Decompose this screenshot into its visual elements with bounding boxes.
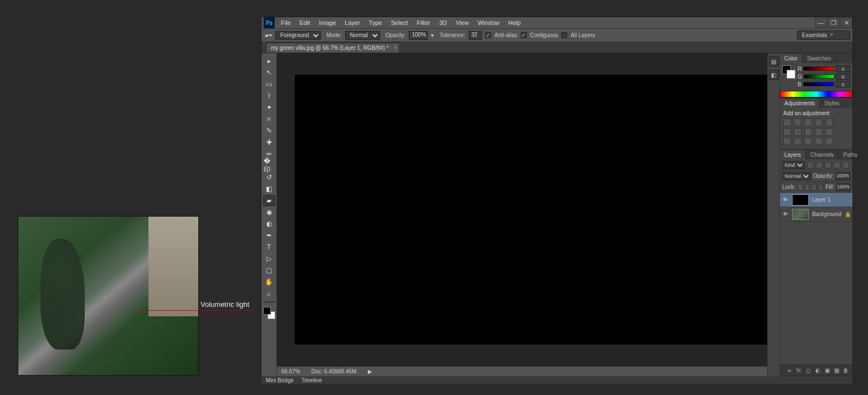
opacity-input[interactable]: 100% <box>409 31 428 40</box>
lock-position-icon[interactable] <box>811 184 816 191</box>
channel-G-value[interactable]: 0 <box>836 73 850 80</box>
adj-exposure-icon[interactable] <box>815 119 823 126</box>
blur-tool[interactable]: ◉ <box>263 207 275 218</box>
fg-bg-swatch[interactable] <box>263 307 275 319</box>
menu-layer[interactable]: Layer <box>341 18 364 28</box>
adj-threshold-icon[interactable] <box>804 137 812 145</box>
tab-paths[interactable]: Paths <box>839 150 862 160</box>
color-swatch[interactable] <box>782 65 795 79</box>
layer-thumb[interactable] <box>792 194 809 206</box>
move-tool[interactable]: ↖ <box>263 67 275 78</box>
document-canvas[interactable] <box>295 75 767 344</box>
adj-invert-icon[interactable] <box>783 137 791 145</box>
filter-pixel-icon[interactable] <box>807 162 814 168</box>
filter-smart-icon[interactable] <box>843 162 849 168</box>
fill-source-select[interactable]: Foreground <box>275 31 321 40</box>
tab-swatches[interactable]: Swatches <box>803 54 836 63</box>
layer-name[interactable]: Layer 1 <box>812 197 850 203</box>
channel-R-value[interactable]: 0 <box>836 65 850 72</box>
adj-bw-icon[interactable] <box>794 128 802 136</box>
menu-type[interactable]: Type <box>365 18 386 28</box>
adj-selcolor-icon[interactable] <box>825 137 833 145</box>
adj-photo-filter-icon[interactable] <box>804 128 812 136</box>
tab-timeline[interactable]: Timeline <box>301 377 322 383</box>
layer-item[interactable]: 👁Layer 1 <box>780 193 852 207</box>
stamp-tool[interactable]: �印 <box>263 160 275 171</box>
lock-pixels-icon[interactable] <box>805 184 810 191</box>
layer-filter-kind[interactable]: Kind <box>782 161 805 169</box>
history-panel-icon[interactable]: ▤ <box>769 57 779 66</box>
minimize-button[interactable]: — <box>815 18 827 28</box>
menu-help[interactable]: Help <box>505 18 525 28</box>
marquee-tool[interactable]: ▭ <box>263 79 275 90</box>
crop-tool[interactable]: ⌗ <box>263 114 275 125</box>
tab-styles[interactable]: Styles <box>820 99 844 108</box>
menu-image[interactable]: Image <box>315 18 340 28</box>
shape-tool[interactable]: ▢ <box>263 265 275 276</box>
lasso-tool[interactable]: ⌇ <box>263 90 275 101</box>
adj-curves-icon[interactable] <box>804 119 812 126</box>
tab-mini-bridge[interactable]: Mini Bridge <box>266 377 294 383</box>
adj-lut-icon[interactable] <box>825 128 833 136</box>
dodge-tool[interactable]: ◐ <box>263 218 275 229</box>
adj-gradmap-icon[interactable] <box>815 137 823 145</box>
tolerance-input[interactable]: 32 <box>469 31 482 40</box>
pen-tool[interactable]: ✒ <box>263 230 275 241</box>
doc-size[interactable]: Doc: 6.45M/6.45M <box>311 368 357 375</box>
adj-brightness-icon[interactable] <box>783 119 791 126</box>
menu-file[interactable]: File <box>277 18 295 28</box>
channel-R-slider[interactable] <box>803 66 834 71</box>
layer-item[interactable]: 👁Background🔒 <box>780 207 852 222</box>
layer-fx-icon[interactable]: fx <box>795 367 802 374</box>
blend-mode-select[interactable]: Normal <box>345 31 380 40</box>
channel-B-slider[interactable] <box>803 82 834 86</box>
layer-mask-icon[interactable]: ◻ <box>805 367 811 374</box>
filter-adj-icon[interactable] <box>816 162 823 168</box>
layer-name[interactable]: Background <box>812 211 841 217</box>
zoom-level[interactable]: 66.67% <box>281 368 300 375</box>
menu-select[interactable]: Select <box>387 18 412 28</box>
type-tool[interactable]: T <box>263 242 275 253</box>
layer-opacity-input[interactable]: 100% <box>836 172 850 180</box>
zoom-tool[interactable]: ⌕ <box>263 288 275 299</box>
hand-tool[interactable]: ✋ <box>263 276 275 288</box>
menu-edit[interactable]: Edit <box>296 18 314 28</box>
new-adjustment-icon[interactable]: ◐ <box>814 367 821 374</box>
maximize-button[interactable]: ❐ <box>828 18 840 28</box>
properties-panel-icon[interactable]: ◧ <box>769 70 779 80</box>
close-button[interactable]: ✕ <box>840 18 852 28</box>
lock-all-icon[interactable] <box>819 184 824 191</box>
lock-trans-icon[interactable] <box>798 184 803 191</box>
tab-color[interactable]: Color <box>780 54 803 63</box>
antialias-checkbox[interactable]: ✓ <box>485 32 491 38</box>
tab-layers[interactable]: Layers <box>780 150 806 160</box>
visibility-icon[interactable]: 👁 <box>782 211 789 218</box>
eyedropper-tool[interactable]: ✎ <box>263 125 275 136</box>
adj-posterize-icon[interactable] <box>794 137 802 145</box>
layer-fill-input[interactable]: 100% <box>836 183 850 191</box>
filter-type-icon[interactable] <box>825 162 831 168</box>
menu-window[interactable]: Window <box>474 18 503 28</box>
bucket-tool[interactable]: ▰ <box>263 195 275 206</box>
wand-tool[interactable]: ✦ <box>263 102 275 113</box>
document-tab[interactable]: my green villa.jpg @ 66.7% (Layer 1, RGB… <box>266 43 400 53</box>
delete-layer-icon[interactable]: 🗑 <box>843 367 849 374</box>
tab-adjustments[interactable]: Adjustments <box>780 99 820 108</box>
new-layer-icon[interactable]: ▦ <box>833 367 840 374</box>
adj-hue-icon[interactable] <box>783 128 791 136</box>
canvas-area[interactable]: 66.67% Doc: 6.45M/6.45M ▶ <box>277 53 767 376</box>
link-layers-icon[interactable]: ∞ <box>786 367 793 374</box>
contiguous-checkbox[interactable]: ✓ <box>521 32 527 38</box>
visibility-icon[interactable]: 👁 <box>782 197 789 203</box>
menu-filter[interactable]: Filter <box>413 18 434 28</box>
healing-tool[interactable]: ✚ <box>263 137 275 148</box>
status-arrow-icon[interactable]: ▶ <box>368 368 372 375</box>
channel-G-slider[interactable] <box>804 74 834 79</box>
layer-blend-mode[interactable]: Normal <box>782 172 811 180</box>
all-layers-checkbox[interactable] <box>561 32 567 38</box>
close-tab-icon[interactable]: × <box>394 45 397 50</box>
new-group-icon[interactable]: ▣ <box>824 367 830 374</box>
eraser-tool[interactable]: ◧ <box>263 183 275 194</box>
channel-B-value[interactable]: 0 <box>836 81 850 88</box>
layer-thumb[interactable] <box>792 209 809 220</box>
